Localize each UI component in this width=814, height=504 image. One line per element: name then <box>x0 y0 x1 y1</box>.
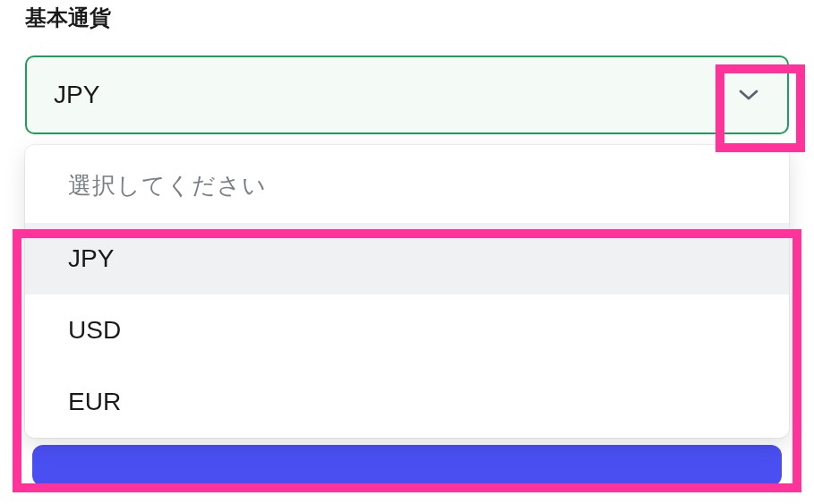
currency-option-jpy[interactable]: JPY <box>25 223 789 295</box>
bottom-bar <box>32 445 782 486</box>
currency-dropdown-placeholder: 選択してください <box>25 145 789 223</box>
currency-select-container: JPY 選択してください JPY USD EUR <box>25 56 789 438</box>
currency-option-eur[interactable]: EUR <box>25 366 789 438</box>
base-currency-label: 基本通貨 <box>25 0 789 56</box>
currency-select-value: JPY <box>54 81 99 109</box>
currency-select[interactable]: JPY <box>25 56 789 134</box>
currency-dropdown: 選択してください JPY USD EUR <box>25 145 789 438</box>
currency-option-usd[interactable]: USD <box>25 295 789 366</box>
chevron-down-icon[interactable] <box>735 81 762 108</box>
